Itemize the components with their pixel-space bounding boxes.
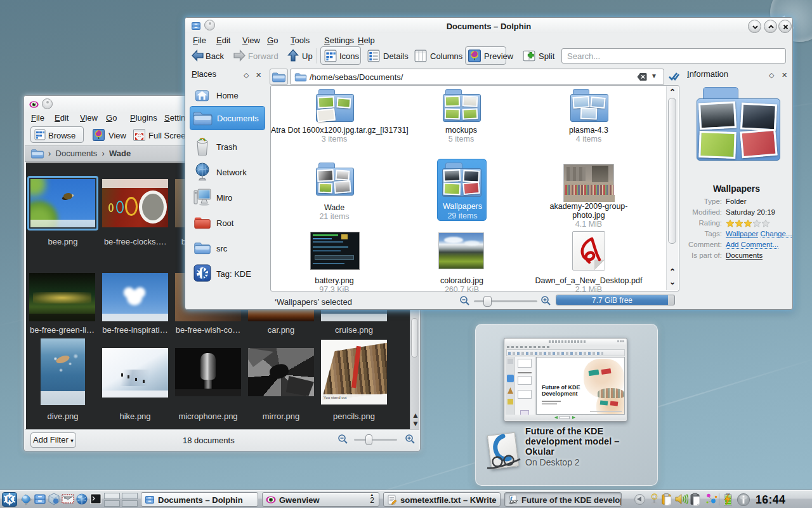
svg-text:K: K xyxy=(7,495,13,504)
